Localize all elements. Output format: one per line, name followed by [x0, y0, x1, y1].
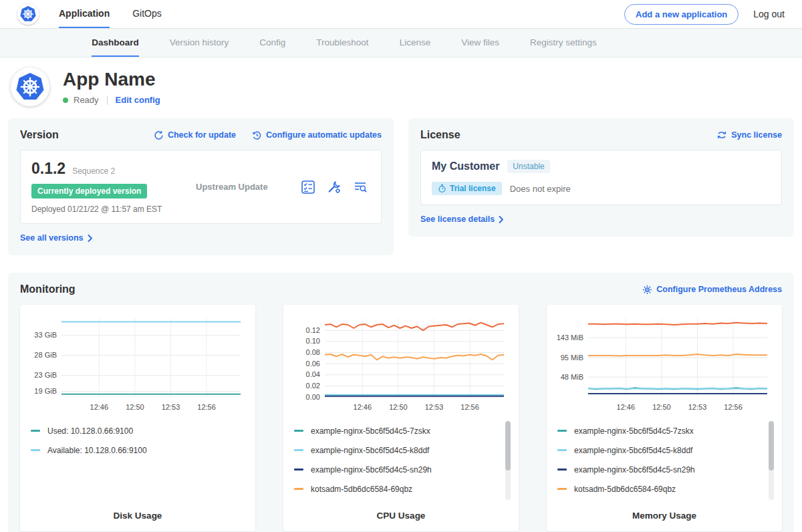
version-number: 0.1.2 — [31, 160, 65, 178]
legend-label: Used: 10.128.0.66:9100 — [47, 426, 133, 436]
memory-usage-card: 48 MiB95 MiB143 MiB12:4612:5012:5312:56 … — [547, 305, 782, 531]
legend-label: example-nginx-5bc6f5d4c5-7zskx — [574, 426, 694, 436]
legend-item: Used: 10.128.0.66:9100 — [31, 421, 245, 440]
legend-label: example-nginx-5bc6f5d4c5-sn29h — [311, 465, 432, 475]
svg-text:0.02: 0.02 — [306, 382, 320, 390]
kubernetes-logo — [17, 3, 39, 25]
svg-text:143 MiB: 143 MiB — [557, 334, 583, 342]
chart-title: Disk Usage — [31, 511, 245, 521]
kubernetes-app-icon — [15, 72, 45, 102]
sync-license-button[interactable]: Sync license — [716, 130, 782, 140]
svg-text:19 GiB: 19 GiB — [34, 387, 57, 395]
legend-swatch — [557, 469, 567, 471]
kubernetes-logo-icon — [19, 5, 37, 23]
svg-text:12:46: 12:46 — [354, 403, 372, 411]
memory-usage-chart: 48 MiB95 MiB143 MiB12:4612:5012:5312:56 — [557, 313, 771, 414]
chart-canvas: 48 MiB95 MiB143 MiB12:4612:5012:5312:56 — [557, 313, 771, 414]
legend-item: kotsadm-5db6dc6584-69qbz — [557, 479, 771, 499]
svg-text:12:46: 12:46 — [617, 403, 636, 411]
svg-text:12:50: 12:50 — [652, 403, 671, 411]
chevron-right-icon — [499, 216, 504, 223]
svg-text:12:50: 12:50 — [126, 403, 144, 411]
add-application-button[interactable]: Add a new application — [624, 4, 739, 25]
sync-icon — [716, 130, 727, 140]
legend-item: example-nginx-5bc6f5d4c5-k8ddf — [557, 440, 771, 460]
legend-item: example-nginx-5bc6f5d4c5-sn29h — [557, 460, 771, 479]
legend-label: Available: 10.128.0.66:9100 — [47, 446, 147, 455]
svg-text:0.08: 0.08 — [306, 348, 320, 356]
legend-label: example-nginx-5bc6f5d4c5-sn29h — [574, 465, 695, 475]
clock-update-icon — [252, 130, 262, 140]
svg-text:33 GiB: 33 GiB — [34, 331, 57, 339]
check-for-update-button[interactable]: Check for update — [154, 130, 236, 140]
tab-gitops[interactable]: GitOps — [132, 0, 162, 28]
refresh-icon — [154, 130, 164, 140]
version-card: Version Check for update Configure au — [8, 118, 394, 255]
configure-prometheus-button[interactable]: Configure Prometheus Address — [642, 285, 782, 295]
current-version-row: 0.1.2 Sequence 2 Currently deployed vers… — [20, 150, 382, 224]
svg-text:12:50: 12:50 — [389, 403, 408, 411]
svg-text:0.10: 0.10 — [306, 337, 320, 345]
stopwatch-icon — [438, 184, 446, 193]
legend-scrollbar-thumb[interactable] — [769, 421, 774, 471]
legend-item: Available: 10.128.0.66:9100 — [31, 440, 245, 460]
see-license-details-link[interactable]: See license details — [420, 215, 504, 224]
app-header: App Name Ready Edit config — [0, 57, 802, 118]
svg-text:28 GiB: 28 GiB — [34, 351, 57, 359]
legend-swatch — [294, 488, 303, 490]
tab-config[interactable]: Config — [259, 29, 285, 57]
legend-swatch — [31, 449, 40, 451]
tab-version-history[interactable]: Version history — [170, 29, 229, 57]
svg-text:12:53: 12:53 — [425, 403, 444, 411]
legend-label: example-nginx-5bc6f5d4c5-7zskx — [311, 426, 430, 436]
ready-status-dot — [63, 98, 68, 103]
file-diff-icon[interactable] — [353, 180, 368, 194]
tab-view-files[interactable]: View files — [461, 29, 499, 57]
legend-item: example-nginx-5bc6f5d4c5-7zskx — [557, 421, 771, 440]
legend-swatch — [557, 449, 567, 451]
see-all-versions-link[interactable]: See all versions — [20, 233, 93, 243]
wrench-gear-icon[interactable] — [327, 180, 342, 194]
channel-badge: Unstable — [507, 160, 549, 173]
tab-license[interactable]: License — [400, 29, 431, 57]
app-status: Ready — [74, 95, 99, 105]
svg-text:12:56: 12:56 — [197, 403, 216, 411]
customer-name: My Customer — [432, 160, 499, 172]
chart-canvas: 19 GiB23 GiB28 GiB33 GiB12:4612:5012:531… — [31, 313, 245, 414]
legend-swatch — [31, 430, 40, 432]
chart-canvas: 0.000.020.040.060.080.100.1212:4612:5012… — [294, 313, 508, 414]
svg-text:12:53: 12:53 — [688, 403, 707, 411]
tab-dashboard[interactable]: Dashboard — [92, 29, 139, 57]
tab-application[interactable]: Application — [59, 0, 110, 28]
legend-item: example-nginx-5bc6f5d4c5-7zskx — [294, 421, 508, 440]
legend-label: example-nginx-5bc6f5d4c5-k8ddf — [574, 446, 692, 455]
legend-swatch — [294, 449, 303, 451]
license-expiry: Does not expire — [510, 184, 571, 194]
legend-label: example-nginx-5bc6f5d4c5-k8ddf — [311, 446, 429, 455]
logout-button[interactable]: Log out — [753, 9, 785, 19]
app-subnav: Dashboard Version history Config Trouble… — [0, 28, 802, 57]
chart-title: Memory Usage — [557, 511, 771, 521]
configure-automatic-updates-button[interactable]: Configure automatic updates — [252, 130, 382, 140]
svg-text:0.12: 0.12 — [306, 326, 320, 334]
disk-usage-card: 19 GiB23 GiB28 GiB33 GiB12:4612:5012:531… — [20, 305, 255, 531]
legend-scrollbar[interactable] — [769, 421, 774, 500]
tab-registry-settings[interactable]: Registry settings — [530, 29, 597, 57]
svg-text:0.04: 0.04 — [306, 370, 320, 378]
legend-scrollbar-thumb[interactable] — [505, 421, 511, 471]
preflight-checklist-icon[interactable] — [301, 180, 315, 194]
legend-label: kotsadm-5db6dc6584-69qbz — [311, 485, 412, 494]
chart-title: CPU Usage — [294, 511, 508, 521]
monitoring-section: Monitoring Configure Prometheus Address … — [8, 273, 794, 532]
svg-text:95 MiB: 95 MiB — [561, 354, 583, 362]
edit-config-link[interactable]: Edit config — [116, 95, 160, 105]
disk-usage-legend: Used: 10.128.0.66:9100Available: 10.128.… — [31, 421, 245, 460]
top-navbar: Application GitOps Add a new application… — [0, 0, 802, 28]
deployed-badge: Currently deployed version — [31, 184, 147, 198]
legend-item: example-nginx-5bc6f5d4c5-k8ddf — [294, 440, 508, 460]
cpu-usage-chart: 0.000.020.040.060.080.100.1212:4612:5012… — [294, 313, 508, 414]
license-type-badge: Trial license — [432, 182, 502, 195]
tab-troubleshoot[interactable]: Troubleshoot — [316, 29, 368, 57]
legend-scrollbar[interactable] — [505, 421, 511, 500]
license-summary: My Customer Unstable Trial license Does … — [420, 150, 782, 205]
